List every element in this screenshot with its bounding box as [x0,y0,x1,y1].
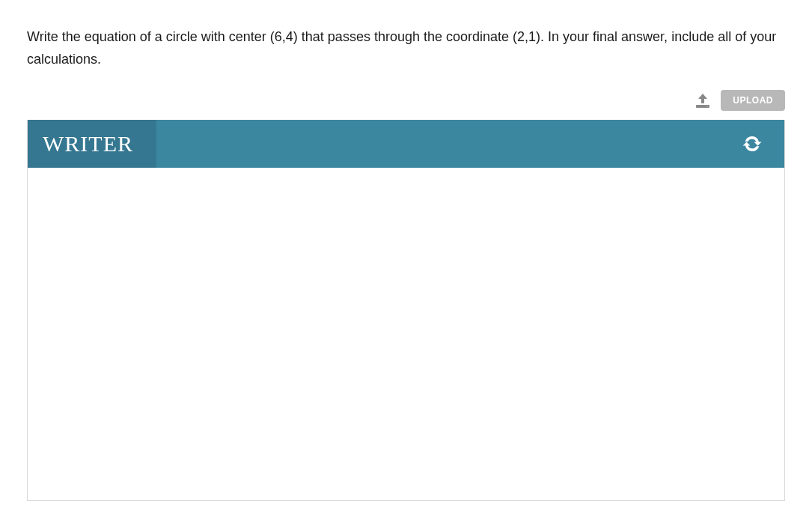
upload-icon[interactable] [692,91,713,109]
writer-body [28,168,784,500]
upload-arrow-icon [693,92,712,109]
refresh-icon[interactable] [741,133,763,155]
question-prompt: Write the equation of a circle with cent… [0,0,812,85]
writer-header: WRITER [28,120,784,168]
refresh-arrows-icon [741,133,763,155]
svg-point-1 [707,106,709,108]
upload-button[interactable]: UPLOAD [721,90,785,111]
writer-textarea[interactable] [28,168,784,497]
upload-controls: UPLOAD [0,85,812,120]
writer-panel: WRITER [27,120,785,501]
writer-tab[interactable]: WRITER [28,120,156,168]
